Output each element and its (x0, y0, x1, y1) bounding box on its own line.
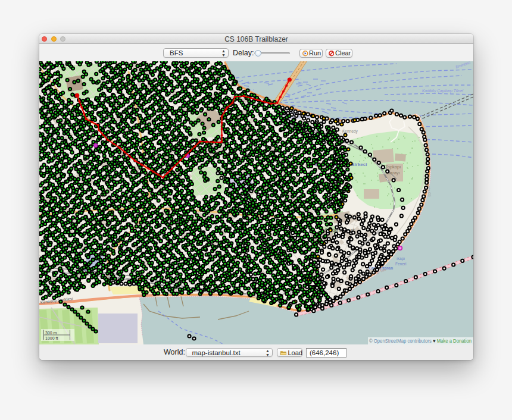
svg-text:Kadıköy Çayıbaşı Tünel: Kadıköy Çayıbaşı Tünel (422, 89, 464, 93)
svg-text:© OpenStreetMap contributors ♥: © OpenStreetMap contributors ♥ Make a Do… (369, 338, 472, 344)
svg-text:ıkapı: ıkapı (397, 256, 405, 261)
svg-text:300 m: 300 m (45, 331, 57, 335)
svg-text:Topkapı: Topkapı (385, 164, 401, 170)
svg-text:Feneri: Feneri (395, 262, 406, 266)
svg-text:1000 ft: 1000 ft (45, 336, 58, 340)
